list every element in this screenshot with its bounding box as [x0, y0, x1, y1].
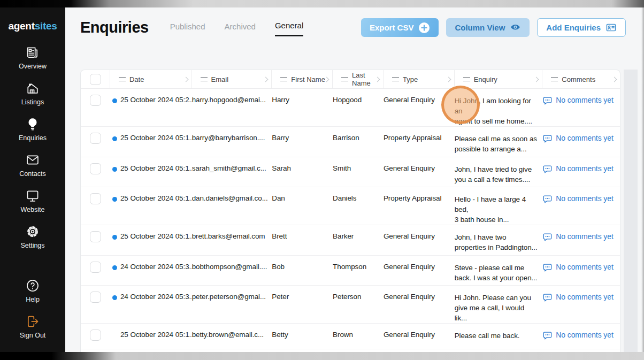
first-name-cell: Dan [272, 187, 333, 202]
comments-link[interactable]: No comments yet [556, 263, 613, 271]
row-checkbox[interactable] [90, 133, 101, 144]
enquiry-cell: Hello - I have a large 4 bed, 3 bath hou… [455, 187, 543, 225]
table-row[interactable]: 25 October 2024 05:2... harry.hopgood@em… [81, 89, 620, 127]
comments-link[interactable]: No comments yet [556, 194, 613, 203]
row-checkbox-cell [81, 187, 110, 206]
drag-handle-icon [392, 77, 399, 81]
comments-link[interactable]: No comments yet [556, 331, 613, 339]
export-csv-button[interactable]: Export CSV [361, 18, 439, 37]
sidebar-item-sign-out[interactable]: Sign Out [0, 311, 65, 343]
date-value: 25 October 2024 05:1... [120, 134, 192, 142]
table-row[interactable]: 25 October 2024 05:1... sarah_smith@gmai… [81, 157, 620, 188]
sidebar-item-listings[interactable]: Listings [0, 78, 65, 110]
tab-published[interactable]: Published [170, 22, 205, 36]
last-name-cell: Barker [333, 225, 384, 240]
envelope-icon [25, 152, 40, 167]
comment-bubble-icon [542, 164, 553, 174]
table-row[interactable]: 25 October 2024 05:1... barry@barrybarri… [81, 127, 620, 157]
chevron-right-icon [446, 76, 451, 82]
tab-archived[interactable]: Archived [225, 22, 256, 36]
tab-general[interactable]: General [275, 21, 303, 36]
last-name-cell: Peterson [333, 286, 384, 301]
table-row[interactable]: 24 October 2024 05:3... peter.peterson@g… [81, 286, 620, 324]
type-cell: Property Appraisal [384, 127, 455, 142]
table-row[interactable]: 25 October 2024 05:1... brett.barks@emai… [81, 225, 620, 256]
first-name-cell: Bob [272, 256, 333, 271]
first-name-cell: Harry [272, 89, 333, 104]
last-name-cell: Smith [333, 157, 384, 172]
table-scrollbar[interactable] [624, 70, 638, 352]
table-row[interactable]: 25 October 2024 05:1... dan.daniels@gmai… [81, 187, 620, 225]
sidebar-item-label: Listings [21, 98, 44, 106]
row-checkbox[interactable] [90, 330, 101, 341]
drag-handle-icon [341, 77, 348, 81]
bottom-bezel [0, 352, 644, 360]
last-name-cell: Brown [333, 324, 384, 339]
select-all-checkbox[interactable] [90, 74, 101, 85]
column-header-type[interactable]: Type [384, 70, 455, 88]
table-row[interactable]: 25 October 2024 05:1... betty.brown@emai… [81, 324, 620, 349]
table-row[interactable]: 24 October 2024 05:3... bobthompson@gmai… [81, 256, 620, 286]
date-value: 25 October 2024 05:1... [120, 194, 192, 202]
comment-bubble-icon [542, 194, 553, 204]
add-enquiries-button[interactable]: Add Enquiries [537, 18, 626, 37]
type-cell: General Enquiry [384, 157, 455, 172]
comments-link[interactable]: No comments yet [556, 96, 613, 104]
sidebar-item-overview[interactable]: Overview [0, 42, 65, 74]
sidebar-item-help[interactable]: Help [0, 275, 65, 308]
comments-link[interactable]: No comments yet [556, 293, 613, 301]
enquiry-cell: John, I have tried to give you a call a … [455, 157, 543, 185]
row-checkbox[interactable] [90, 231, 101, 242]
column-label: Date [129, 75, 144, 83]
row-checkbox[interactable] [90, 193, 101, 204]
type-cell: General Enquiry [384, 286, 455, 301]
last-name-cell: Barrison [333, 127, 384, 142]
comments-cell: No comments yet [542, 256, 620, 273]
newspaper-icon [25, 45, 40, 60]
sidebar-item-label: Website [21, 206, 45, 213]
row-checkbox-cell [81, 225, 110, 244]
drag-handle-icon [463, 77, 470, 81]
sidebar-item-label: Enquiries [19, 134, 47, 142]
row-checkbox[interactable] [90, 95, 101, 106]
unread-dot [112, 98, 117, 103]
comment-bubble-icon [542, 263, 553, 273]
header-buttons: Export CSV Column View [361, 18, 626, 37]
table-header-row: Date Email First Name [81, 70, 620, 89]
comments-link[interactable]: No comments yet [556, 134, 613, 142]
drag-handle-icon [551, 77, 558, 81]
date-cell: 25 October 2024 05:1... [110, 127, 192, 142]
sidebar-item-contacts[interactable]: Contacts [0, 149, 65, 182]
comments-link[interactable]: No comments yet [556, 232, 613, 241]
column-label: First Name [291, 75, 325, 83]
enquiry-cell: Please call me as soon as possible to ar… [455, 127, 543, 154]
page-title: Enquiries [80, 19, 149, 36]
column-header-comments[interactable]: Comments [542, 70, 620, 88]
column-header-email[interactable]: Email [192, 70, 272, 88]
lightbulb-icon [25, 117, 40, 132]
chevron-right-icon [612, 76, 617, 82]
column-header-first-name[interactable]: First Name [272, 70, 333, 88]
column-view-label: Column View [455, 23, 505, 32]
email-cell: harry.hopgood@emai... [192, 89, 272, 104]
eye-icon [510, 22, 521, 33]
sidebar: agentsites Overview [0, 7, 65, 352]
row-checkbox[interactable] [90, 262, 101, 273]
sidebar-item-website[interactable]: Website [0, 185, 65, 218]
comments-link[interactable]: No comments yet [556, 164, 613, 173]
date-value: 25 October 2024 05:2... [120, 96, 192, 104]
date-cell: 24 October 2024 05:3... [110, 256, 192, 271]
column-header-enquiry[interactable]: Enquiry [455, 70, 543, 88]
sidebar-item-enquiries[interactable]: Enquiries [0, 113, 65, 146]
column-header-date[interactable]: Date [110, 70, 192, 88]
drag-handle-icon [280, 77, 287, 81]
table-body: 25 October 2024 05:2... harry.hopgood@em… [81, 89, 620, 352]
sidebar-item-label: Settings [20, 242, 44, 249]
row-checkbox[interactable] [90, 163, 101, 174]
row-checkbox[interactable] [90, 292, 101, 303]
type-cell: General Enquiry [384, 225, 455, 240]
column-header-last-name[interactable]: Last Name [333, 70, 384, 88]
column-view-button[interactable]: Column View [446, 18, 530, 37]
sidebar-item-settings[interactable]: Settings [0, 221, 65, 254]
export-csv-label: Export CSV [370, 23, 414, 32]
